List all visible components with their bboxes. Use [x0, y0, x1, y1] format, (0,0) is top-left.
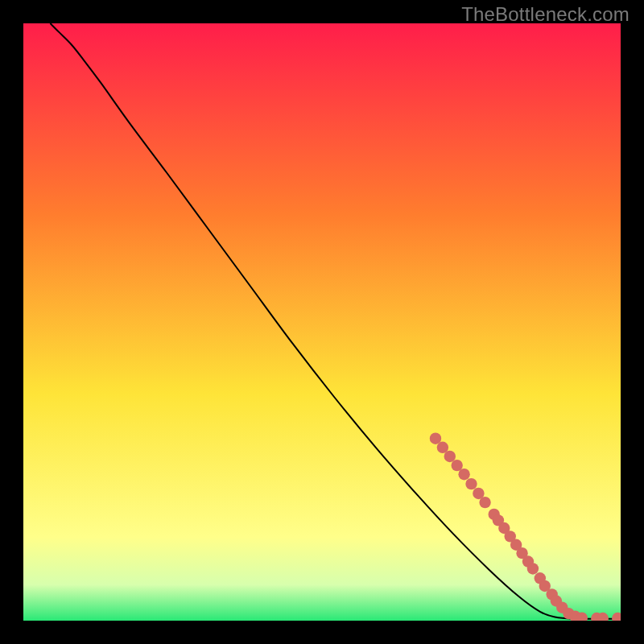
data-marker: [465, 478, 477, 489]
data-marker: [437, 442, 448, 453]
data-marker: [444, 451, 456, 462]
plot-area: [23, 23, 621, 621]
data-marker: [451, 460, 462, 471]
gradient-background: [23, 23, 621, 621]
chart-frame: TheBottleneck.com: [0, 0, 644, 644]
attribution-text: TheBottleneck.com: [461, 3, 630, 26]
data-marker: [479, 497, 490, 508]
data-marker: [458, 469, 469, 480]
data-marker: [430, 432, 441, 444]
data-marker: [527, 563, 539, 574]
chart-svg: [23, 23, 621, 621]
